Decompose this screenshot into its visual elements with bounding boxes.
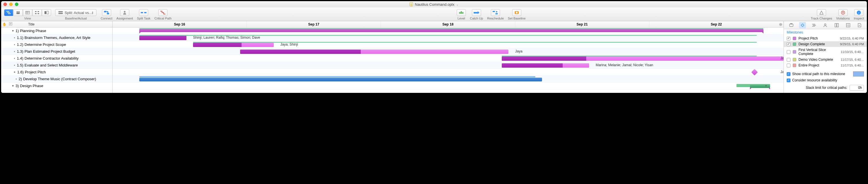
milestone-row[interactable]: First Vertical Slice Complete11/10/15, 6… — [784, 47, 867, 57]
svg-rect-18 — [104, 11, 106, 12]
task-row[interactable]: ▼1)Planning Phase — [1, 28, 112, 34]
close-button[interactable] — [3, 3, 7, 6]
view-label: View — [24, 16, 31, 20]
inspector-tab-project[interactable] — [788, 22, 795, 28]
svg-rect-21 — [141, 12, 143, 13]
view-gantt-button[interactable] — [4, 9, 13, 16]
svg-rect-10 — [35, 11, 36, 12]
reschedule-button[interactable] — [491, 9, 500, 16]
view-network-button[interactable] — [32, 9, 42, 16]
toolbar: View Split: Actual vs... ▴▾ Baseline/Act… — [1, 7, 867, 21]
zoom-in-icon[interactable]: ⊕ — [779, 22, 782, 27]
resource-label: Jaya; Shinji — [280, 42, 298, 46]
svg-point-3 — [17, 11, 18, 13]
svg-rect-13 — [38, 13, 39, 14]
task-bar[interactable] — [240, 49, 508, 54]
note-column-icon[interactable] — [7, 22, 14, 26]
task-row[interactable]: ●1.3)Plan Estimated Project Budget — [1, 48, 112, 55]
task-row[interactable]: ●1.1)Brainstorm Themes, Audience, Art St… — [1, 34, 112, 41]
task-row[interactable]: ●1.4)Determine Contractor Availability — [1, 55, 112, 62]
slack-limit-input[interactable] — [849, 85, 864, 90]
hand-column-icon[interactable]: ✋ — [1, 22, 7, 26]
task-bar[interactable] — [502, 57, 783, 61]
milestone-marker[interactable] — [751, 69, 758, 76]
task-bar[interactable] — [502, 63, 589, 68]
connect-button[interactable] — [102, 9, 111, 16]
inspector-tab-milestones[interactable] — [799, 22, 806, 28]
date-header[interactable]: Sep 22 — [649, 21, 783, 27]
catch-up-button[interactable] — [472, 9, 481, 16]
task-row[interactable]: ◆1.6)Project Pitch — [1, 69, 112, 76]
inspector-tab-attachments[interactable] — [856, 22, 863, 28]
view-styles-button[interactable] — [42, 9, 51, 16]
svg-rect-1 — [7, 12, 10, 13]
inspector-tab-styles[interactable] — [833, 22, 840, 28]
milestone-checkbox[interactable] — [787, 50, 790, 54]
assignment-button[interactable] — [120, 9, 129, 16]
task-bar[interactable] — [139, 78, 542, 81]
milestone-checkbox[interactable] — [787, 42, 790, 46]
disclosure-triangle-icon[interactable]: ▼ — [11, 29, 16, 32]
milestone-color-swatch — [793, 37, 796, 40]
svg-rect-26 — [493, 11, 495, 12]
milestone-row[interactable]: Demo Video Complete11/17/15, 6:40… — [784, 57, 867, 63]
milestone-checkbox[interactable] — [787, 58, 790, 62]
date-header[interactable]: Sep 17 — [247, 21, 381, 27]
critical-path-button[interactable] — [158, 9, 167, 16]
resource-label: Shinji; Lauren; Rafiq; Thomas; Simon; Da… — [193, 36, 260, 40]
set-baseline-button[interactable] — [512, 9, 521, 16]
svg-rect-14 — [44, 11, 46, 14]
split-task-button[interactable] — [139, 9, 148, 16]
svg-rect-45 — [837, 23, 838, 27]
group-bar[interactable] — [139, 29, 763, 32]
disclosure-triangle-icon[interactable]: ▼ — [11, 84, 16, 87]
date-header[interactable]: Sep 18 — [381, 21, 515, 27]
inspector-tab-custom-data[interactable] — [845, 22, 851, 28]
task-bar[interactable] — [139, 36, 186, 40]
violations-button[interactable] — [838, 9, 847, 16]
svg-rect-16 — [58, 11, 63, 12]
milestone-checkbox[interactable] — [787, 64, 790, 67]
milestone-color-swatch — [793, 42, 796, 46]
title-column-header[interactable]: Title — [14, 22, 34, 26]
svg-rect-25 — [474, 12, 478, 13]
date-header[interactable]: Sep 16 — [113, 21, 247, 27]
inspector-tab-scheduling[interactable] — [811, 22, 817, 28]
task-row[interactable]: ●1.5)Evaluate and Select Middleware — [1, 62, 112, 69]
collapse-icon[interactable]: ▼ — [765, 84, 768, 87]
inspector-panel: Milestones Project Pitch9/22/15, 6:40 PM… — [783, 21, 867, 93]
inspector-tab-resource[interactable] — [822, 22, 829, 28]
title-text: Nautilus Command.oplx — [415, 2, 455, 7]
svg-rect-27 — [495, 13, 498, 14]
date-header[interactable]: Sep 21 — [515, 21, 649, 27]
inspect-button[interactable]: i — [854, 9, 863, 16]
zoom-button[interactable] — [15, 3, 19, 6]
milestone-color-swatch — [793, 50, 796, 53]
gantt-chart[interactable]: Sep 16 Sep 17 Sep 18 Sep 21 Sep 22 ⊕ Shi… — [113, 21, 783, 93]
svg-rect-15 — [47, 11, 49, 14]
task-row[interactable]: ▼●2)Develop Theme Music (Contract Compos… — [1, 76, 112, 82]
titlebar: Nautilus Command.oplx ⌄ — [1, 1, 867, 7]
document-icon — [410, 2, 413, 6]
track-changes-button[interactable] — [817, 9, 826, 16]
window-title[interactable]: Nautilus Command.oplx ⌄ — [410, 2, 458, 7]
task-outline: ✋ Title ▼1)Planning Phase ●1.1)Brainstor… — [1, 21, 113, 93]
show-critical-path-checkbox[interactable]: Show critical path to this milestone — [784, 71, 867, 77]
minimize-button[interactable] — [9, 3, 13, 6]
milestone-row[interactable]: Entire Project11/17/15, 6:40… — [784, 63, 867, 68]
task-bar[interactable] — [193, 43, 273, 47]
task-row[interactable]: ▼3)Design Phase — [1, 82, 112, 89]
svg-rect-0 — [6, 11, 9, 12]
view-resources-button[interactable] — [13, 9, 23, 16]
view-calendar-button[interactable] — [23, 9, 32, 16]
svg-rect-11 — [38, 11, 39, 12]
svg-text:i: i — [859, 11, 859, 14]
level-button[interactable] — [457, 9, 466, 16]
critical-path-color-well[interactable] — [853, 71, 864, 76]
milestone-row[interactable]: Design Complete9/29/15, 6:40 PM — [784, 41, 867, 47]
milestone-row[interactable]: Project Pitch9/22/15, 6:40 PM — [784, 36, 867, 41]
consider-resource-checkbox[interactable]: Consider resource availability — [784, 77, 867, 83]
task-row[interactable]: ●1.2)Determine Project Scope — [1, 41, 112, 48]
baseline-dropdown[interactable]: Split: Actual vs... ▴▾ — [55, 9, 96, 16]
milestone-checkbox[interactable] — [787, 37, 790, 40]
